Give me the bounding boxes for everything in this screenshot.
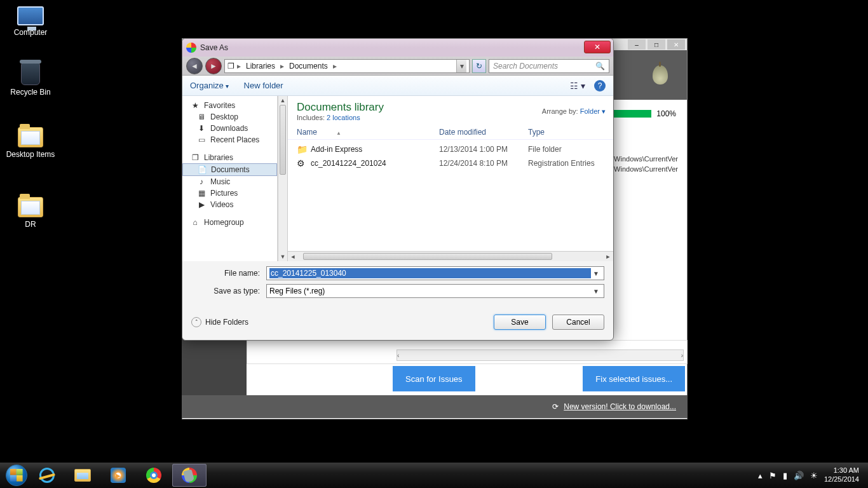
includes-locations-link[interactable]: 2 locations xyxy=(327,114,360,121)
recycle-bin-icon xyxy=(21,62,40,85)
includes-label: Includes: xyxy=(297,114,325,121)
nav-pictures[interactable]: ▦Pictures xyxy=(182,187,277,199)
taskbar: ▴ ⚑ ▮ 🔊 ☀ 1:30 AM 12/25/2014 xyxy=(0,463,868,488)
bg-maximize-button[interactable]: □ xyxy=(648,39,665,50)
app-icon xyxy=(186,43,196,53)
recent-icon: ▭ xyxy=(196,135,207,144)
column-headers: Name▲ Date modified Type xyxy=(288,125,613,140)
arrange-by-label: Arrange by: xyxy=(542,107,578,115)
view-options-button[interactable]: ☷ ▾ xyxy=(570,81,585,91)
refresh-button[interactable]: ↻ xyxy=(472,59,486,73)
system-tray: ▴ ⚑ ▮ 🔊 ☀ 1:30 AM 12/25/2014 xyxy=(758,466,864,484)
nav-videos[interactable]: ▶Videos xyxy=(182,199,277,210)
nav-back-button[interactable]: ◄ xyxy=(186,58,203,74)
nav-documents[interactable]: 📄Documents xyxy=(182,163,277,176)
save-as-type-select[interactable]: Reg Files (*.reg) ▼ xyxy=(266,284,604,298)
bg-action-buttons: Scan for Issues Fix selected issues... xyxy=(393,366,685,391)
desktop-icon-dr[interactable]: DR xyxy=(5,197,56,229)
homegroup-icon: ⌂ xyxy=(190,218,200,227)
nav-downloads[interactable]: ⬇Downloads xyxy=(182,123,277,134)
fix-selected-issues-button[interactable]: Fix selected issues... xyxy=(583,366,685,391)
navpane-scrollbar[interactable]: ▲▼ xyxy=(278,96,288,261)
taskbar-ccleaner[interactable] xyxy=(172,464,207,487)
organize-menu[interactable]: Organize xyxy=(190,81,229,90)
breadcrumb-dropdown[interactable]: ▾ xyxy=(456,60,466,72)
folder-icon xyxy=(18,127,43,147)
cancel-button[interactable]: Cancel xyxy=(552,315,604,330)
action-center-icon[interactable]: ⚑ xyxy=(769,471,776,480)
breadcrumb-libraries[interactable]: Libraries xyxy=(243,62,278,71)
save-button[interactable]: Save xyxy=(494,315,546,330)
dialog-title: Save As xyxy=(200,43,228,52)
breadcrumb-bar[interactable]: ❐ ▸ Libraries ▸ Documents ▸ ▾ xyxy=(224,59,470,73)
bg-minimize-button[interactable]: – xyxy=(628,39,646,50)
nav-recent-places[interactable]: ▭Recent Places xyxy=(182,134,277,146)
filename-dropdown[interactable]: ▼ xyxy=(591,270,601,277)
type-dropdown[interactable]: ▼ xyxy=(591,288,601,295)
weather-icon[interactable]: ☀ xyxy=(810,471,818,480)
filename-input[interactable]: cc_20141225_013040 ▼ xyxy=(266,266,604,280)
taskbar-explorer[interactable] xyxy=(65,464,100,487)
nav-desktop[interactable]: 🖥Desktop xyxy=(182,111,277,123)
bg-registry-line: t\Windows\CurrentVer xyxy=(610,165,686,173)
windows-orb-icon xyxy=(6,464,27,486)
file-row[interactable]: ⚙cc_20141224_20102412/24/2014 8:10 PMReg… xyxy=(288,156,613,170)
tray-overflow-icon[interactable]: ▴ xyxy=(758,471,763,480)
bg-progress-pct: 100% xyxy=(656,109,676,118)
breadcrumb-sep: ▸ xyxy=(280,62,284,71)
nav-libraries[interactable]: ❐Libraries xyxy=(182,152,277,163)
new-version-link[interactable]: New version! Click to download... xyxy=(564,402,676,411)
file-date: 12/24/2014 8:10 PM xyxy=(439,159,528,168)
battery-icon[interactable]: ▮ xyxy=(783,471,787,480)
search-placeholder: Search Documents xyxy=(493,62,558,71)
column-type[interactable]: Type xyxy=(528,128,604,137)
desktop-icon-label: Desktop Items xyxy=(5,150,56,159)
volume-icon[interactable]: 🔊 xyxy=(794,471,804,480)
file-name: cc_20141224_201024 xyxy=(311,159,439,168)
search-icon[interactable]: 🔍 xyxy=(595,62,605,71)
column-name[interactable]: Name▲ xyxy=(297,128,439,137)
library-header: Documents library Includes: 2 locations … xyxy=(288,96,613,125)
column-date[interactable]: Date modified xyxy=(439,128,528,137)
search-input[interactable]: Search Documents 🔍 xyxy=(489,59,609,73)
music-icon: ♪ xyxy=(196,177,207,186)
taskbar-clock[interactable]: 1:30 AM 12/25/2014 xyxy=(824,466,859,484)
breadcrumb-sep: ▸ xyxy=(333,62,337,71)
nav-favorites[interactable]: ★Favorites xyxy=(182,100,277,111)
breadcrumb-documents[interactable]: Documents xyxy=(287,62,330,71)
dialog-close-button[interactable]: ✕ xyxy=(584,41,611,53)
bg-close-button[interactable]: ✕ xyxy=(667,39,685,50)
filename-value: cc_20141225_013040 xyxy=(269,268,591,278)
taskbar-chrome[interactable] xyxy=(137,464,171,487)
help-button[interactable]: ? xyxy=(594,80,606,92)
clock-time: 1:30 AM xyxy=(824,466,859,475)
libraries-icon: ❐ xyxy=(227,62,234,71)
chevron-up-icon: ˄ xyxy=(191,317,201,327)
nav-music[interactable]: ♪Music xyxy=(182,176,277,187)
file-type: File folder xyxy=(528,145,604,154)
new-folder-button[interactable]: New folder xyxy=(244,81,283,90)
desktop-icon-desktop-items[interactable]: Desktop Items xyxy=(5,127,56,159)
file-name: Add-in Express xyxy=(311,145,439,154)
folder-icon: 📁 xyxy=(297,144,308,154)
filelist-horizontal-scrollbar[interactable]: ◄► xyxy=(288,251,613,261)
start-button[interactable] xyxy=(4,463,29,488)
dialog-titlebar[interactable]: Save As ✕ xyxy=(182,39,613,57)
scan-for-issues-button[interactable]: Scan for Issues xyxy=(393,366,475,391)
nav-forward-button[interactable]: ► xyxy=(205,58,222,74)
arrange-by-value[interactable]: Folder ▾ xyxy=(580,107,606,115)
desktop-icon-recycle-bin[interactable]: Recycle Bin xyxy=(5,62,56,97)
file-row[interactable]: 📁Add-in Express12/13/2014 1:00 PMFile fo… xyxy=(288,142,613,156)
taskbar-media-player[interactable] xyxy=(101,464,135,487)
bg-horizontal-scrollbar[interactable]: ‹› xyxy=(397,349,684,361)
desktop-icon-computer[interactable]: Computer xyxy=(5,6,56,37)
hide-folders-toggle[interactable]: ˄ Hide Folders xyxy=(191,317,248,327)
taskbar-ie[interactable] xyxy=(30,464,64,487)
file-list-pane: Documents library Includes: 2 locations … xyxy=(288,96,613,261)
bg-registry-line: t\Windows\CurrentVer xyxy=(610,155,686,163)
nav-homegroup[interactable]: ⌂Homegroup xyxy=(182,217,277,228)
libraries-icon: ❐ xyxy=(190,153,200,162)
desktop-icon-label: Recycle Bin xyxy=(5,88,56,97)
media-player-icon xyxy=(111,468,126,483)
computer-icon xyxy=(17,6,44,25)
